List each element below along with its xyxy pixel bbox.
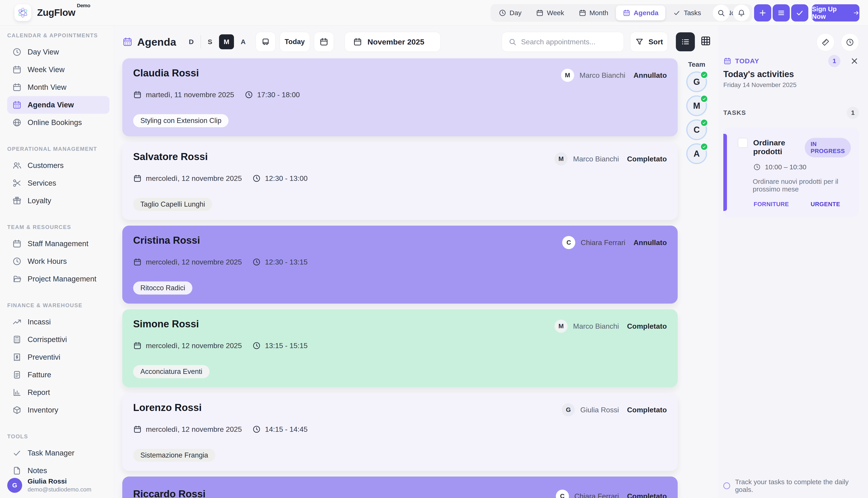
sidebar-item-label: Staff Management: [28, 239, 88, 248]
sidebar-item-corrispettivi[interactable]: Corrispettivi: [7, 331, 109, 348]
sidebar-item-label: Work Hours: [28, 257, 67, 266]
sidebar-item-label: Incassi: [28, 318, 51, 326]
nav-day[interactable]: Day: [492, 5, 528, 20]
appointment-time: 12:30 - 13:00: [265, 174, 308, 183]
add-button[interactable]: [754, 4, 771, 22]
month-selector[interactable]: November 2025: [345, 32, 440, 52]
date-picker-button[interactable]: [314, 32, 334, 52]
appointment-date: martedì, 11 novembre 2025: [146, 91, 234, 99]
view-letter-s[interactable]: S: [208, 38, 212, 46]
confirm-button[interactable]: [791, 4, 808, 22]
appointments-search[interactable]: [502, 32, 624, 52]
calendar-icon: [133, 174, 142, 183]
user-profile[interactable]: G Giulia Rossi demo@studiodemo.com: [7, 477, 91, 493]
view-letter-d[interactable]: D: [189, 38, 194, 46]
calendar-dots-icon: [723, 57, 732, 65]
close-icon: [850, 56, 859, 66]
team-label: Team: [688, 61, 705, 68]
staff-name: Giulia Rossi: [580, 406, 619, 414]
sidebar-item-task-manager[interactable]: Task Manager: [7, 444, 109, 462]
check-badge-icon: [700, 71, 708, 79]
calendar-icon: [133, 258, 142, 266]
view-letter-a[interactable]: A: [241, 38, 246, 46]
today-button[interactable]: Today: [280, 32, 310, 52]
sidebar-item-preventivi[interactable]: Preventivi: [7, 348, 109, 366]
nav-week-label: Week: [547, 9, 564, 17]
appointment-date: mercoledì, 12 novembre 2025: [146, 258, 242, 266]
client-name: Cristina Rossi: [133, 235, 200, 246]
sidebar-item-staff-management[interactable]: Staff Management: [7, 235, 109, 252]
team-member-avatar[interactable]: G: [686, 71, 707, 92]
notifications-button[interactable]: [733, 4, 750, 22]
team-member-avatar[interactable]: A: [686, 143, 707, 164]
appointment-card[interactable]: Riccardo Rossi C Chiara Ferrari Completa…: [122, 476, 678, 498]
task-title: Ordinare prodotti: [753, 138, 805, 156]
status-badge: Completato: [627, 406, 667, 414]
appointment-card[interactable]: Simone Rossi M Marco Bianchi Completato …: [122, 309, 678, 387]
team-member-avatar[interactable]: C: [686, 119, 707, 140]
bar-chart-icon: [12, 388, 22, 397]
appointment-card[interactable]: Lorenzo Rossi G Giulia Rossi Completato …: [122, 393, 678, 471]
menu-button[interactable]: [773, 4, 790, 22]
sidebar-item-incassi[interactable]: Incassi: [7, 313, 109, 331]
staff-avatar: M: [554, 320, 568, 333]
status-badge: Completato: [627, 322, 667, 330]
sidebar-item-day-view[interactable]: Day View: [7, 43, 109, 61]
nav-tasks[interactable]: Tasks: [666, 5, 708, 20]
grid-view-toggle[interactable]: [700, 35, 713, 49]
appointment-card[interactable]: Claudia Rossi M Marco Bianchi Annullato …: [122, 58, 678, 136]
nav-month[interactable]: Month: [572, 5, 615, 20]
sidebar-item-loyalty[interactable]: Loyalty: [7, 192, 109, 210]
service-tag: Sistemazione Frangia: [133, 449, 215, 462]
divider: [200, 35, 201, 48]
list-icon: [680, 37, 691, 47]
sidebar-item-week-view[interactable]: Week View: [7, 61, 109, 78]
measure-button[interactable]: [816, 33, 834, 51]
sidebar-item-online-bookings[interactable]: Online Bookings: [7, 114, 109, 131]
clock-icon: [846, 38, 854, 47]
task-checkbox[interactable]: [738, 138, 748, 148]
appointment-date: mercoledì, 12 novembre 2025: [146, 342, 242, 350]
close-panel-button[interactable]: [850, 56, 859, 66]
sidebar-item-notes[interactable]: Notes: [7, 462, 109, 480]
pos-mode-button[interactable]: [256, 32, 276, 52]
history-button[interactable]: [841, 33, 859, 51]
search-input[interactable]: [521, 38, 611, 46]
team-member-avatar[interactable]: M: [686, 95, 707, 116]
agenda-toolbar: Agenda D S M A Today November 2025 Sort: [122, 31, 713, 53]
sidebar-item-report[interactable]: Report: [7, 384, 109, 401]
sidebar-item-fatture[interactable]: Fatture: [7, 366, 109, 384]
view-letter-m[interactable]: M: [219, 34, 234, 49]
sidebar-item-customers[interactable]: Customers: [7, 157, 109, 174]
logo-atom-icon: [14, 4, 31, 21]
clock-icon: [753, 163, 761, 171]
app-logo[interactable]: ZugFlowDemo: [14, 4, 75, 21]
sidebar-item-month-view[interactable]: Month View: [7, 78, 109, 96]
calendar-icon: [353, 37, 362, 46]
panel-footer-text: Track your tasks to complete the daily g…: [735, 478, 868, 494]
search-button[interactable]: [712, 4, 730, 22]
demo-badge: Demo: [77, 3, 90, 9]
team-member-initial: C: [694, 125, 700, 135]
sidebar-item-project-management[interactable]: Project Management: [7, 270, 109, 288]
nav-agenda[interactable]: Agenda: [616, 5, 665, 20]
list-view-toggle[interactable]: [676, 32, 695, 51]
calendar-icon: [133, 341, 142, 350]
sidebar-item-services[interactable]: Services: [7, 174, 109, 192]
section-title-calendar: CALENDAR & APPOINTMENTS: [7, 32, 109, 39]
task-card[interactable]: Ordinare prodotti IN PROGRESS 10:00 – 10…: [723, 128, 859, 217]
appointment-date: mercoledì, 12 novembre 2025: [146, 174, 242, 183]
sidebar-item-agenda-view[interactable]: Agenda View: [7, 96, 109, 114]
search-icon: [717, 9, 725, 17]
month-label: November 2025: [368, 38, 424, 46]
sidebar-item-inventory[interactable]: Inventory: [7, 401, 109, 419]
sign-up-button[interactable]: Sign Up Now: [812, 4, 859, 22]
sidebar-item-work-hours[interactable]: Work Hours: [7, 252, 109, 270]
sort-button[interactable]: Sort: [630, 32, 668, 52]
sidebar-item-label: Preventivi: [28, 353, 60, 362]
users-icon: [12, 161, 22, 170]
appointment-card[interactable]: Cristina Rossi C Chiara Ferrari Annullat…: [122, 226, 678, 304]
appointment-card[interactable]: Salvatore Rossi M Marco Bianchi Completa…: [122, 142, 678, 220]
nav-week[interactable]: Week: [529, 5, 571, 20]
funnel-icon: [635, 37, 644, 46]
